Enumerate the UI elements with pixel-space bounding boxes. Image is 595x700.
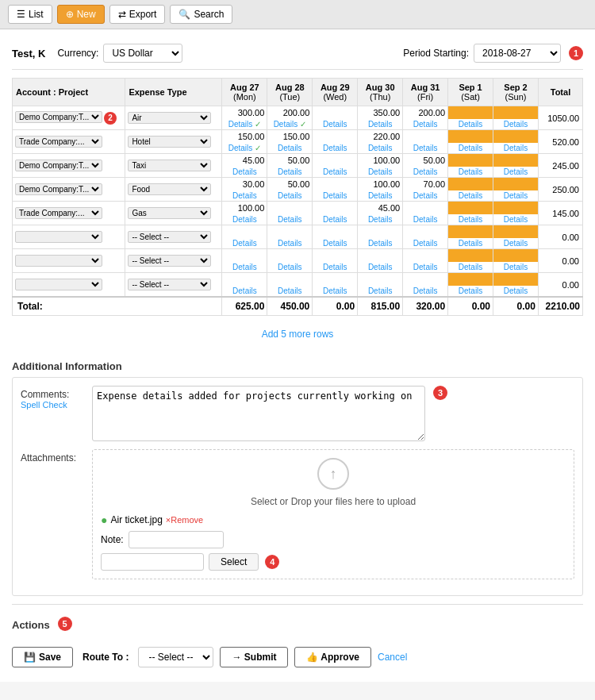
- search-button[interactable]: 🔍 Search: [170, 5, 232, 24]
- details-link[interactable]: Details: [504, 287, 528, 295]
- amount-input[interactable]: [405, 226, 446, 237]
- amount-input[interactable]: [314, 274, 355, 285]
- amount-input[interactable]: [314, 179, 355, 190]
- details-link[interactable]: Details: [368, 215, 393, 224]
- amount-input[interactable]: [359, 250, 401, 261]
- details-link[interactable]: Details: [459, 215, 483, 224]
- spell-check-link[interactable]: Spell Check: [21, 400, 92, 410]
- details-link[interactable]: Details: [323, 287, 347, 295]
- details-link[interactable]: Details: [459, 167, 483, 176]
- cancel-link[interactable]: Cancel: [378, 652, 407, 663]
- expense-select[interactable]: Hotel: [128, 136, 211, 148]
- expense-select[interactable]: Gas: [128, 207, 211, 219]
- amount-input[interactable]: [314, 155, 355, 166]
- amount-input[interactable]: [405, 179, 446, 190]
- file-path-input[interactable]: [101, 553, 204, 571]
- details-link[interactable]: Details: [368, 287, 393, 295]
- amount-input[interactable]: [450, 250, 491, 261]
- submit-button[interactable]: → Submit: [220, 647, 288, 667]
- details-link[interactable]: Details: [459, 191, 483, 200]
- expense-select[interactable]: -- Select --: [128, 231, 211, 243]
- amount-input[interactable]: [495, 274, 536, 285]
- amount-input[interactable]: [359, 155, 401, 166]
- details-link[interactable]: Details: [278, 287, 302, 295]
- amount-input[interactable]: [224, 274, 265, 285]
- details-link[interactable]: Details: [228, 120, 253, 129]
- amount-input[interactable]: [224, 107, 265, 118]
- amount-input[interactable]: [224, 155, 265, 166]
- amount-input[interactable]: [450, 226, 491, 237]
- account-select[interactable]: [15, 279, 102, 290]
- note-input[interactable]: [129, 531, 224, 548]
- details-link[interactable]: Details: [323, 191, 347, 200]
- amount-input[interactable]: [359, 179, 401, 190]
- approve-button[interactable]: 👍 Approve: [294, 647, 371, 667]
- details-link[interactable]: Details: [323, 144, 347, 152]
- amount-input[interactable]: [495, 131, 536, 142]
- route-select[interactable]: -- Select --: [138, 647, 213, 667]
- amount-input[interactable]: [224, 226, 265, 237]
- account-select[interactable]: Demo Company:T...: [15, 160, 102, 171]
- amount-input[interactable]: [495, 179, 536, 190]
- amount-input[interactable]: [314, 202, 355, 213]
- amount-input[interactable]: [224, 250, 265, 261]
- details-link[interactable]: Details: [504, 144, 528, 152]
- amount-input[interactable]: [359, 202, 401, 213]
- details-link[interactable]: Details: [232, 215, 257, 224]
- amount-input[interactable]: [359, 226, 401, 237]
- details-link[interactable]: Details: [323, 239, 347, 248]
- details-link[interactable]: Details: [368, 144, 393, 152]
- expense-select[interactable]: Air: [128, 112, 211, 124]
- details-link[interactable]: Details: [232, 167, 257, 176]
- details-link[interactable]: Details: [232, 263, 257, 271]
- amount-input[interactable]: [224, 179, 265, 190]
- comments-textarea[interactable]: Expense details added for projects curre…: [92, 386, 425, 441]
- details-link[interactable]: Details: [504, 191, 528, 200]
- details-link[interactable]: Details: [413, 215, 438, 224]
- details-link[interactable]: Details: [368, 120, 393, 129]
- amount-input[interactable]: [314, 250, 355, 261]
- amount-input[interactable]: [359, 274, 401, 285]
- details-link[interactable]: Details: [413, 263, 438, 271]
- details-link[interactable]: Details: [278, 167, 302, 176]
- details-link[interactable]: Details: [228, 144, 253, 152]
- details-link[interactable]: Details: [504, 239, 528, 248]
- select-file-button[interactable]: Select: [209, 553, 259, 571]
- amount-input[interactable]: [405, 202, 446, 213]
- details-link[interactable]: Details: [323, 263, 347, 271]
- amount-input[interactable]: [269, 131, 310, 142]
- details-link[interactable]: Details: [459, 287, 483, 295]
- amount-input[interactable]: [269, 274, 310, 285]
- details-link[interactable]: Details: [504, 167, 528, 176]
- amount-input[interactable]: [450, 131, 491, 142]
- remove-link[interactable]: ×Remove: [166, 515, 203, 525]
- currency-select[interactable]: US Dollar: [103, 44, 182, 63]
- amount-input[interactable]: [269, 226, 310, 237]
- details-link[interactable]: Details: [232, 191, 257, 200]
- details-link[interactable]: Details: [459, 120, 483, 129]
- account-select[interactable]: Demo Company:T...: [15, 183, 102, 195]
- amount-input[interactable]: [450, 155, 491, 166]
- amount-input[interactable]: [495, 155, 536, 166]
- details-link[interactable]: Details: [323, 120, 347, 129]
- new-button[interactable]: ⊕ New: [57, 5, 105, 24]
- details-link[interactable]: Details: [504, 263, 528, 271]
- details-link[interactable]: Details: [413, 167, 438, 176]
- details-link[interactable]: Details: [323, 167, 347, 176]
- account-select[interactable]: Trade Company:...: [15, 136, 102, 148]
- details-link[interactable]: Details: [368, 167, 393, 176]
- details-link[interactable]: Details: [459, 144, 483, 152]
- details-link[interactable]: Details: [413, 144, 438, 152]
- list-button[interactable]: ☰ List: [8, 5, 52, 24]
- details-link[interactable]: Details: [459, 239, 483, 248]
- add-rows-link[interactable]: Add 5 more rows: [12, 322, 583, 346]
- amount-input[interactable]: [269, 107, 310, 118]
- amount-input[interactable]: [314, 107, 355, 118]
- details-link[interactable]: Details: [278, 144, 302, 152]
- details-link[interactable]: Details: [232, 239, 257, 248]
- amount-input[interactable]: [405, 131, 446, 142]
- amount-input[interactable]: [269, 250, 310, 261]
- expense-select[interactable]: -- Select --: [128, 255, 211, 267]
- amount-input[interactable]: [405, 107, 446, 118]
- account-select[interactable]: [15, 231, 102, 243]
